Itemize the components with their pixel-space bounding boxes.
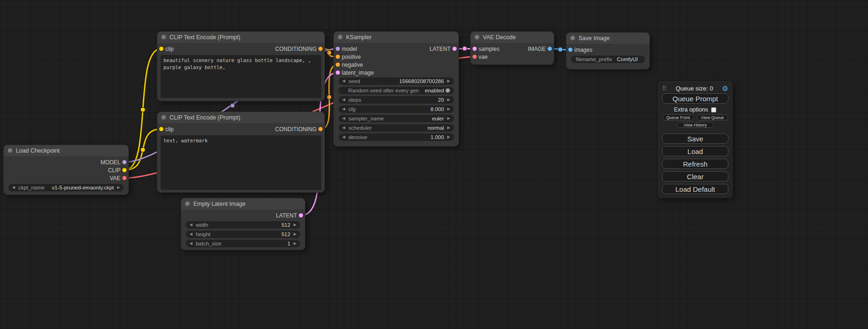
node-title-bar[interactable]: Load Checkpoint [4,145,128,156]
node-vae-decode[interactable]: VAE Decode samples IMAGE vae [471,32,554,64]
node-clip-text-encode-positive[interactable]: CLIP Text Encode (Prompt) clip CONDITION… [157,32,325,101]
widget-ckpt-name[interactable]: ◀ ckpt_name v1-5-pruned-emaonly.ckpt ▶ [8,184,124,191]
slot-label: MODEL [100,159,120,166]
queue-size-label: Queue size: 0 [667,85,722,92]
view-queue-button[interactable]: View Queue [697,114,729,120]
clip-input-dot[interactable] [159,47,163,51]
image-output-dot[interactable] [548,47,552,51]
collapse-dot-icon[interactable] [162,115,166,120]
latent-image-input-dot[interactable] [336,70,340,75]
latent-output-dot[interactable] [452,47,457,51]
model-output-dot[interactable] [122,160,127,164]
collapse-dot-icon[interactable] [571,36,575,41]
slot-label: latent_image [342,70,374,76]
collapse-dot-icon[interactable] [338,35,343,40]
increment-arrow-icon[interactable]: ▶ [117,186,120,189]
toggle-knob-icon[interactable] [445,88,450,93]
images-input-dot[interactable] [568,48,572,52]
queue-front-button[interactable]: Queue Front [662,114,694,120]
collapse-dot-icon[interactable] [185,202,190,206]
slot-label: images [574,47,593,53]
node-title-bar[interactable]: KSampler [334,32,459,43]
link-midpoint-dot [558,47,563,52]
node-empty-latent-image[interactable]: Empty Latent Image LATENT ◀ width 512 ▶ … [181,198,305,250]
node-title-bar[interactable]: VAE Decode [471,32,554,43]
widget-denoise[interactable]: ◀ denoise 1.000 ▶ [339,133,454,141]
node-title-bar[interactable]: CLIP Text Encode (Prompt) [157,32,325,43]
decrement-arrow-icon[interactable]: ◀ [342,126,345,130]
negative-prompt-textarea[interactable]: text, watermark [161,135,321,190]
slot-label: positive [342,54,361,60]
positive-input-dot[interactable] [336,55,340,59]
increment-arrow-icon[interactable]: ▶ [294,242,296,245]
decrement-arrow-icon[interactable]: ◀ [342,117,345,120]
decrement-arrow-icon[interactable]: ◀ [342,79,345,83]
increment-arrow-icon[interactable]: ▶ [447,98,450,102]
node-title-bar[interactable]: Save Image [566,33,649,44]
latent-output-dot[interactable] [299,213,303,217]
decrement-arrow-icon[interactable]: ◀ [342,107,345,111]
input-slot-model: model [334,45,357,53]
widget-width[interactable]: ◀ width 512 ▶ [186,221,300,229]
decrement-arrow-icon[interactable]: ◀ [12,186,15,189]
refresh-button[interactable]: Refresh [662,159,728,169]
samples-input-dot[interactable] [473,47,477,51]
vae-input-dot[interactable] [473,55,477,59]
node-save-image[interactable]: Save Image images filename_prefix ComfyU… [566,33,649,69]
node-load-checkpoint[interactable]: Load Checkpoint MODEL CLIP VAE ◀ ckpt_na… [4,145,128,195]
negative-input-dot[interactable] [336,63,340,67]
extra-options-checkbox[interactable] [711,107,716,112]
drag-handle-icon[interactable]: ⠿ [662,85,667,91]
node-graph-canvas[interactable]: { "colors": { "model": "#B39DDB", "clip"… [0,0,868,329]
load-default-button[interactable]: Load Default [662,184,728,194]
clear-button[interactable]: Clear [662,171,728,182]
queue-prompt-button[interactable]: Queue Prompt [662,93,728,104]
collapse-dot-icon[interactable] [475,35,480,40]
node-ksampler[interactable]: KSampler model LATENT positive negative … [334,32,459,146]
widget-steps[interactable]: ◀ steps 20 ▶ [339,96,454,104]
load-button[interactable]: Load [662,146,728,156]
collapse-dot-icon[interactable] [162,35,166,40]
node-title-bar[interactable]: CLIP Text Encode (Prompt) [157,112,325,123]
positive-prompt-textarea[interactable]: beautiful scenery nature glass bottle la… [161,55,321,98]
widget-filename-prefix[interactable]: filename_prefix ComfyUI [571,56,645,63]
decrement-arrow-icon[interactable]: ◀ [342,98,345,102]
conditioning-output-dot[interactable] [318,127,323,131]
view-history-button[interactable]: View History [677,122,714,128]
widget-label: scheduler [348,125,372,131]
conditioning-output-dot[interactable] [318,47,323,51]
widget-scheduler[interactable]: ◀ scheduler normal ▶ [339,124,454,132]
clip-output-dot[interactable] [122,168,127,172]
widget-seed[interactable]: ◀ seed 156680208700286 ▶ [339,77,454,85]
decrement-arrow-icon[interactable]: ◀ [190,242,192,245]
collapse-dot-icon[interactable] [8,148,13,153]
widget-height[interactable]: ◀ height 512 ▶ [186,231,300,238]
input-slot-positive: positive [334,53,361,61]
increment-arrow-icon[interactable]: ▶ [447,135,450,139]
increment-arrow-icon[interactable]: ▶ [447,107,450,111]
slot-label: IMAGE [528,46,546,52]
node-title-bar[interactable]: Empty Latent Image [181,198,305,210]
widget-sampler-name[interactable]: ◀ sampler_name euler ▶ [339,115,454,122]
model-input-dot[interactable] [336,47,340,51]
widget-value: 8.000 [430,106,444,112]
node-clip-text-encode-negative[interactable]: CLIP Text Encode (Prompt) clip CONDITION… [157,112,325,192]
node-title: CLIP Text Encode (Prompt) [169,114,240,121]
widget-batch-size[interactable]: ◀ batch_size 1 ▶ [186,240,300,247]
decrement-arrow-icon[interactable]: ◀ [190,223,192,227]
widget-random-seed[interactable]: Random seed after every gen enabled [339,87,454,94]
increment-arrow-icon[interactable]: ▶ [294,232,296,236]
increment-arrow-icon[interactable]: ▶ [447,126,450,130]
vae-output-dot[interactable] [122,176,127,180]
increment-arrow-icon[interactable]: ▶ [447,117,450,120]
increment-arrow-icon[interactable]: ▶ [294,223,296,227]
decrement-arrow-icon[interactable]: ◀ [342,135,345,139]
clip-input-dot[interactable] [159,127,163,131]
settings-gear-icon[interactable]: ⚙ [722,85,728,92]
decrement-arrow-icon[interactable]: ◀ [190,232,192,236]
save-button[interactable]: Save [662,133,728,144]
link-midpoint-dot [141,107,145,112]
widget-value: enabled [425,88,444,93]
increment-arrow-icon[interactable]: ▶ [447,79,450,83]
widget-cfg[interactable]: ◀ cfg 8.000 ▶ [339,105,454,113]
